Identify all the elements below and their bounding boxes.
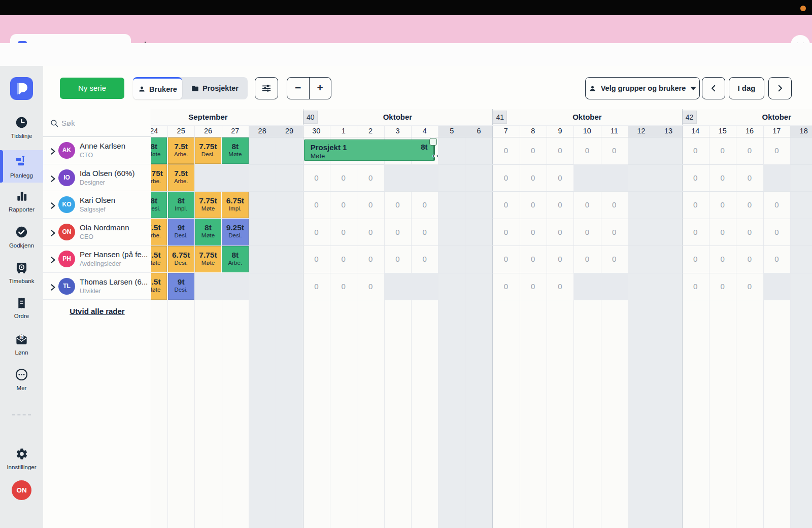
user-row[interactable]: TLThomas Larsen (6...Utvikler <box>43 273 151 300</box>
grid-zero-cell[interactable]: 0 <box>520 137 547 164</box>
tab-users[interactable]: Brukere <box>133 77 182 99</box>
user-row[interactable]: ONOla NordmannCEO <box>43 219 151 246</box>
grid-zero-cell[interactable]: 0 <box>736 164 763 192</box>
grid-zero-cell[interactable]: 0 <box>709 137 736 164</box>
grid-zero-cell[interactable]: 0 <box>736 191 763 219</box>
grid-value-cell[interactable]: 7.5tArbe. <box>151 219 167 245</box>
grid-value-cell[interactable]: 7.75tMøte <box>195 246 221 273</box>
grid-zero-cell[interactable]: 0 <box>330 191 357 219</box>
grid-value-cell[interactable]: 8tMøte <box>222 137 248 164</box>
grid-zero-cell[interactable]: 0 <box>492 273 519 300</box>
grid-value-cell[interactable]: 8tDesi. <box>151 192 167 219</box>
grid-zero-cell[interactable]: 0 <box>709 273 736 300</box>
grid-zero-cell[interactable]: 0 <box>573 245 600 273</box>
grid-zero-cell[interactable]: 0 <box>547 191 573 219</box>
sidebar-item-mer[interactable]: Mer <box>0 368 43 391</box>
grid-value-cell[interactable]: 7.5tArbe. <box>168 164 194 191</box>
grid-zero-cell[interactable]: 0 <box>384 219 411 246</box>
busy-logo[interactable] <box>10 77 33 100</box>
grid-zero-cell[interactable]: 0 <box>520 191 547 219</box>
grid-zero-cell[interactable]: 0 <box>682 137 709 164</box>
grid-zero-cell[interactable]: 0 <box>330 164 357 192</box>
grid-zero-cell[interactable]: 0 <box>520 164 547 192</box>
grid-zero-cell[interactable]: 0 <box>709 219 736 246</box>
grid-value-cell[interactable]: 9.25tDesi. <box>222 219 248 245</box>
grid-zero-cell[interactable]: 0 <box>709 164 736 192</box>
grid-zero-cell[interactable]: 0 <box>601 191 628 219</box>
grid-zero-cell[interactable]: 0 <box>411 219 438 246</box>
expand-chevron-icon[interactable] <box>50 284 56 293</box>
grid-zero-cell[interactable]: 0 <box>357 273 384 300</box>
grid-value-cell[interactable]: 7.75tDesi. <box>195 137 221 164</box>
grid-value-cell[interactable]: 9tDesi. <box>168 219 194 245</box>
grid-zero-cell[interactable]: 0 <box>330 219 357 246</box>
grid-value-cell[interactable]: 6.75tImpl. <box>222 192 248 219</box>
grid-zero-cell[interactable]: 0 <box>520 219 547 246</box>
grid-zero-cell[interactable]: 0 <box>411 191 438 219</box>
grid-zero-cell[interactable]: 0 <box>330 273 357 300</box>
grid-zero-cell[interactable]: 0 <box>736 245 763 273</box>
grid-value-cell[interactable]: 7.5tMøte <box>151 273 167 300</box>
zoom-out-button[interactable]: − <box>287 78 310 99</box>
grid-zero-cell[interactable]: 0 <box>303 191 330 219</box>
expand-chevron-icon[interactable] <box>50 229 56 238</box>
sidebar-item-rapporter[interactable]: Rapporter <box>0 190 43 213</box>
today-button[interactable]: I dag <box>729 77 764 99</box>
series-bar[interactable]: Prosjekt 1Møte8t <box>304 139 435 161</box>
select-groups-button[interactable]: Velg grupper og brukere <box>585 77 700 99</box>
grid-value-cell[interactable]: 6.75tDesi. <box>168 246 194 273</box>
series-bar-resize-handle[interactable] <box>429 138 437 146</box>
expand-all-rows-link[interactable]: Utvid alle rader <box>43 307 151 315</box>
grid-zero-cell[interactable]: 0 <box>547 137 573 164</box>
grid-zero-cell[interactable]: 0 <box>601 137 628 164</box>
grid-zero-cell[interactable]: 0 <box>520 245 547 273</box>
grid-zero-cell[interactable]: 0 <box>682 245 709 273</box>
grid-zero-cell[interactable]: 0 <box>303 245 330 273</box>
grid-zero-cell[interactable]: 0 <box>520 273 547 300</box>
grid-zero-cell[interactable]: 0 <box>573 191 600 219</box>
grid-zero-cell[interactable]: 0 <box>763 219 790 246</box>
grid-zero-cell[interactable]: 0 <box>357 219 384 246</box>
grid-value-cell[interactable]: 7.75tMøte <box>195 192 221 219</box>
grid-zero-cell[interactable]: 0 <box>384 191 411 219</box>
grid-zero-cell[interactable]: 0 <box>547 219 573 246</box>
grid-zero-cell[interactable]: 0 <box>357 164 384 192</box>
new-series-button[interactable]: Ny serie <box>60 78 124 99</box>
grid-zero-cell[interactable]: 0 <box>303 273 330 300</box>
user-row[interactable]: AKAnne KarlsenCTO <box>43 137 151 164</box>
grid-value-cell[interactable]: 7.5tArbe. <box>168 137 194 164</box>
user-row[interactable]: IOIda Olsen (60%)Designer <box>43 164 151 192</box>
sidebar-item-ordre[interactable]: Ordre <box>0 297 43 319</box>
grid-zero-cell[interactable]: 0 <box>492 164 519 192</box>
expand-chevron-icon[interactable] <box>50 256 56 265</box>
grid-zero-cell[interactable]: 0 <box>330 245 357 273</box>
grid-zero-cell[interactable]: 0 <box>573 137 600 164</box>
grid-value-cell[interactable]: 8tImpl. <box>168 192 194 219</box>
user-row[interactable]: KOKari OlsenSalgssjef <box>43 191 151 219</box>
grid-zero-cell[interactable]: 0 <box>682 191 709 219</box>
grid-zero-cell[interactable]: 0 <box>573 219 600 246</box>
grid-value-cell[interactable]: 9tDesi. <box>168 273 194 300</box>
grid-zero-cell[interactable]: 0 <box>357 191 384 219</box>
grid-zero-cell[interactable]: 0 <box>357 245 384 273</box>
grid-zero-cell[interactable]: 0 <box>547 245 573 273</box>
tab-projects[interactable]: Prosjekter <box>182 77 248 99</box>
grid-zero-cell[interactable]: 0 <box>492 245 519 273</box>
next-period-button[interactable] <box>768 77 792 99</box>
grid-zero-cell[interactable]: 0 <box>547 273 573 300</box>
expand-chevron-icon[interactable] <box>50 202 56 211</box>
grid-zero-cell[interactable]: 0 <box>492 137 519 164</box>
grid-zero-cell[interactable]: 0 <box>303 219 330 246</box>
user-profile-avatar[interactable]: ON <box>12 480 31 500</box>
grid-zero-cell[interactable]: 0 <box>601 219 628 246</box>
grid-value-cell[interactable]: 8tMøte <box>195 219 221 245</box>
grid-value-cell[interactable]: 7.5tMøte <box>151 246 167 273</box>
grid-zero-cell[interactable]: 0 <box>682 164 709 192</box>
expand-chevron-icon[interactable] <box>50 148 56 157</box>
sidebar-item-lonn[interactable]: $ Lønn <box>0 332 43 356</box>
grid-zero-cell[interactable]: 0 <box>709 245 736 273</box>
grid-zero-cell[interactable]: 0 <box>736 273 763 300</box>
grid-zero-cell[interactable]: 0 <box>384 245 411 273</box>
grid-zero-cell[interactable]: 0 <box>601 245 628 273</box>
grid-value-cell[interactable]: 8tMøte <box>151 137 167 164</box>
